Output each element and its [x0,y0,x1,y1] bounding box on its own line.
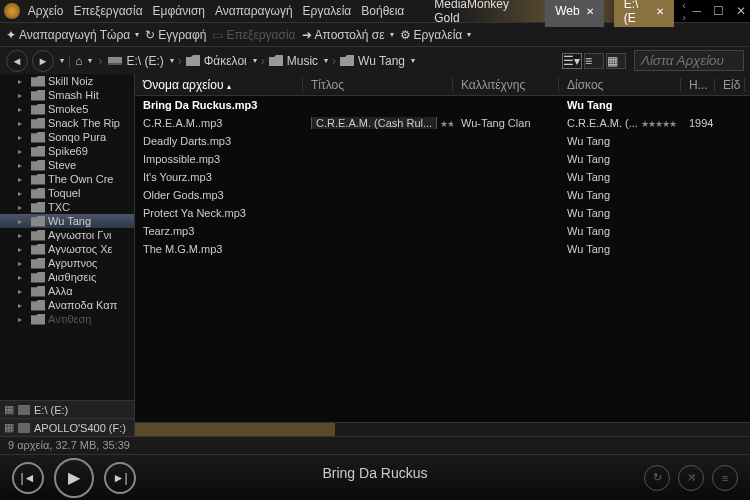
expand-icon[interactable]: ▸ [18,315,28,324]
expand-icon[interactable]: ▸ [18,119,28,128]
close-icon[interactable]: ✕ [736,4,746,18]
file-row[interactable]: It's Yourz.mp3 Wu Tang [135,168,750,186]
view-grid-button[interactable]: ▦ [606,53,626,69]
prev-track-button[interactable]: |◄ [12,462,44,494]
col-artist[interactable]: Καλλιτέχνης [453,78,559,92]
app-logo [4,3,20,19]
tree-folder-item[interactable]: ▸Αλλα [0,284,134,298]
next-track-button[interactable]: ►| [104,462,136,494]
shuffle-button[interactable]: ⤨ [678,465,704,491]
tree-folder-item[interactable]: ▸Smash Hit [0,88,134,102]
tree-folder-item[interactable]: ▸Snack The Rip [0,116,134,130]
file-row[interactable]: Tearz.mp3 Wu Tang [135,222,750,240]
col-album[interactable]: Δίσκος [559,78,681,92]
view-list-button[interactable]: ☰▾ [562,53,582,69]
home-button[interactable]: ⌂▾ [75,54,92,68]
expand-icon[interactable]: ▸ [18,175,28,184]
tree-folder-item[interactable]: ▸The Own Cre [0,172,134,186]
drive-item[interactable]: ▦E:\ (E:) [0,400,134,418]
file-row[interactable]: Older Gods.mp3 Wu Tang [135,186,750,204]
menu-Βοήθεια[interactable]: Βοήθεια [361,4,404,18]
play-now-button[interactable]: ✦ Αναπαραγωγή Τώρα▾ [6,28,139,42]
tree-folder-item[interactable]: ▸Wu Tang [0,214,134,228]
expand-icon[interactable]: ▸ [18,133,28,142]
menu-Εργαλεία[interactable]: Εργαλεία [303,4,352,18]
repeat-button[interactable]: ↻ [644,465,670,491]
breadcrumb-item[interactable]: Music▾ [269,54,328,68]
folder-tree: ▸Skill Noiz▸Smash Hit▸Smoke5▸Snack The R… [0,74,135,436]
tree-folder-item[interactable]: ▸Αγνωστος Χε [0,242,134,256]
close-icon[interactable]: ✕ [656,6,664,17]
expand-icon[interactable]: ▸ [18,147,28,156]
expand-icon[interactable]: ▸ [18,259,28,268]
expand-icon[interactable]: ▸ [18,287,28,296]
expand-icon[interactable]: ▸ [18,245,28,254]
tree-folder-item[interactable]: ▸Skill Noiz [0,74,134,88]
minimize-icon[interactable]: ─ [692,4,701,18]
maximize-icon[interactable]: ☐ [713,4,724,18]
drive-item[interactable]: ▦APOLLO'S400 (F:) [0,418,134,436]
tree-folder-item[interactable]: ▸Steve [0,158,134,172]
col-year[interactable]: Η... [681,78,715,92]
menu-Αναπαραγωγή[interactable]: Αναπαραγωγή [215,4,293,18]
expand-icon[interactable]: ▸ [18,301,28,310]
menubar: ΑρχείοΕπεξεργασίαΕμφάνισηΑναπαραγωγήΕργα… [28,4,415,18]
menu-Αρχείο[interactable]: Αρχείο [28,4,64,18]
history-dropdown[interactable]: ▾ [60,56,64,65]
drive-icon [18,405,30,415]
expand-icon[interactable]: ▸ [18,77,28,86]
expand-icon[interactable]: ▸ [18,189,28,198]
forward-button[interactable]: ► [32,50,54,72]
tree-folder-item[interactable]: ▸Αγρυπνος [0,256,134,270]
play-button[interactable]: ▶ [54,458,94,498]
close-icon[interactable]: ✕ [586,6,594,17]
expand-icon[interactable]: ▸ [18,203,28,212]
breadcrumb-item[interactable]: Φάκελοι▾ [186,54,257,68]
menu-Εμφάνιση[interactable]: Εμφάνιση [153,4,205,18]
tab[interactable]: E:\ (E ✕ [614,0,675,27]
tools-button[interactable]: ⚙ Εργαλεία▾ [400,28,472,42]
expand-icon[interactable]: ▸ [18,161,28,170]
file-row[interactable]: C.R.E.A.M..mp3 C.R.E.A.M. (Cash Rul... ★… [135,114,750,132]
search-input[interactable] [634,50,744,71]
expand-icon[interactable]: ▸ [18,273,28,282]
tab-nav[interactable]: ‹ › [682,0,692,23]
back-button[interactable]: ◄ [6,50,28,72]
expand-icon[interactable]: ▸ [18,217,28,226]
file-row[interactable]: The M.G.M.mp3 Wu Tang [135,240,750,258]
view-detail-button[interactable]: ≡ [584,53,604,69]
now-playing-title: Bring Da Ruckus [322,465,427,481]
send-to-button[interactable]: ➜ Αποστολή σε▾ [302,28,394,42]
tree-folder-item[interactable]: ▸Αντιθεση [0,312,134,326]
file-row[interactable]: Impossible.mp3 Wu Tang [135,150,750,168]
record-button[interactable]: ↻ Εγγραφή [145,28,206,42]
tree-folder-item[interactable]: ▸Αναποδα Καπ [0,298,134,312]
file-row[interactable]: Protect Ya Neck.mp3 Wu Tang [135,204,750,222]
col-kind[interactable]: Είδ [715,78,745,92]
col-filename[interactable]: Όνομα αρχείου ▴ [135,78,303,92]
menu-Επεξεργασία[interactable]: Επεξεργασία [73,4,142,18]
file-row[interactable]: Deadly Darts.mp3 Wu Tang [135,132,750,150]
col-title[interactable]: Τίτλος [303,78,453,92]
tree-folder-item[interactable]: ▸Αγνωστοι Γνι [0,228,134,242]
folder-icon [31,202,45,213]
rating-stars[interactable]: ★★★★★ [440,119,453,129]
expand-icon[interactable]: ▸ [18,91,28,100]
equalizer-button[interactable]: ≡ [712,465,738,491]
breadcrumb-item[interactable]: E:\ (E:)▾ [108,54,173,68]
folder-icon [31,132,45,143]
drive-icon [18,423,30,433]
tree-folder-item[interactable]: ▸Toquel [0,186,134,200]
tree-folder-item[interactable]: ▸Sonqo Pura [0,130,134,144]
tab[interactable]: Web ✕ [545,0,603,27]
breadcrumb-item[interactable]: Wu Tang▾ [340,54,415,68]
group-header-row[interactable]: Bring Da Ruckus.mp3 Wu Tang [135,96,750,114]
horizontal-scrollbar[interactable] [135,422,750,436]
expand-icon[interactable]: ▸ [18,105,28,114]
tree-folder-item[interactable]: ▸Spike69 [0,144,134,158]
tree-folder-item[interactable]: ▸Smoke5 [0,102,134,116]
tree-folder-item[interactable]: ▸Αισθησεις [0,270,134,284]
tree-folder-item[interactable]: ▸TXC [0,200,134,214]
expand-icon[interactable]: ▸ [18,231,28,240]
rating-stars[interactable]: ★★★★★ [641,119,676,129]
